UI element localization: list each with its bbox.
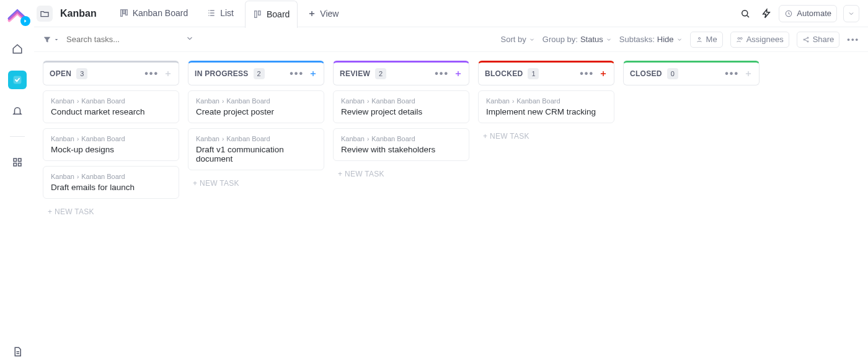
svg-rect-9 <box>259 11 260 15</box>
automation-bolt-icon-button[interactable] <box>758 5 775 22</box>
column-more-button[interactable]: ••• <box>580 68 594 79</box>
svg-rect-5 <box>120 9 122 16</box>
task-card[interactable]: Kanban›Kanban BoardDraft emails for laun… <box>43 166 179 199</box>
column-more-button[interactable]: ••• <box>725 68 739 79</box>
nav-apps-button[interactable] <box>8 153 27 172</box>
column-count: 3 <box>76 68 87 79</box>
tab-label: Kanban Board <box>133 8 188 18</box>
task-card[interactable]: Kanban›Kanban BoardDraft v1 communicatio… <box>188 128 324 170</box>
svg-point-16 <box>807 37 808 38</box>
automate-dropdown-button[interactable] <box>843 5 859 22</box>
svg-rect-2 <box>18 159 21 162</box>
subtasks-button[interactable]: Subtasks: Hide <box>619 35 683 44</box>
tab-list[interactable]: List <box>199 0 241 27</box>
share-button[interactable]: Share <box>797 32 840 48</box>
column-header[interactable]: BLOCKED1••• <box>478 61 614 85</box>
board-column: REVIEW2•••Kanban›Kanban BoardReview proj… <box>333 61 469 352</box>
column-more-button[interactable]: ••• <box>290 68 304 79</box>
nav-tasks-button[interactable] <box>8 71 27 89</box>
board-column: BLOCKED1•••Kanban›Kanban BoardImplement … <box>478 61 614 352</box>
sort-by-button[interactable]: Sort by <box>501 35 535 44</box>
share-label: Share <box>813 35 835 44</box>
column-add-button[interactable] <box>164 69 172 78</box>
column-name: CLOSED <box>630 69 662 78</box>
svg-point-13 <box>738 37 740 39</box>
task-card[interactable]: Kanban›Kanban BoardConduct market resear… <box>43 90 179 123</box>
sort-by-label: Sort by <box>501 35 526 44</box>
svg-point-14 <box>740 37 742 39</box>
board-column: IN PROGRESS2•••Kanban›Kanban BoardCreate… <box>188 61 324 352</box>
me-filter-button[interactable]: Me <box>690 32 723 48</box>
folder-icon-button[interactable] <box>37 6 53 22</box>
card-title: Mock-up designs <box>51 145 171 154</box>
card-title: Review project details <box>341 107 461 116</box>
column-count: 1 <box>528 68 539 79</box>
column-add-button[interactable] <box>454 69 463 78</box>
search-chevron-button[interactable] <box>185 34 194 45</box>
column-add-button[interactable] <box>744 69 753 78</box>
card-title: Review with stakeholders <box>341 145 461 154</box>
card-breadcrumb: Kanban›Kanban Board <box>51 97 171 105</box>
add-view-label: View <box>320 9 339 19</box>
left-nav-rail <box>0 0 34 361</box>
column-count: 2 <box>254 68 265 79</box>
group-by-label: Group by: <box>542 35 578 44</box>
tab-label: List <box>220 8 234 18</box>
search-input[interactable] <box>66 35 178 44</box>
app-logo[interactable] <box>7 7 28 24</box>
column-add-button[interactable] <box>309 69 317 78</box>
automate-label: Automate <box>797 9 831 18</box>
task-card[interactable]: Kanban›Kanban BoardMock-up designs <box>43 128 179 161</box>
nav-home-button[interactable] <box>8 40 27 58</box>
task-card[interactable]: Kanban›Kanban BoardReview with stakehold… <box>333 128 469 161</box>
new-task-button[interactable]: + NEW TASK <box>43 204 179 220</box>
main-area: Kanban Kanban Board List Board View Auto… <box>34 0 868 361</box>
new-task-button[interactable]: + NEW TASK <box>478 128 614 144</box>
toolbar-more-button[interactable]: ••• <box>847 35 859 44</box>
new-task-button[interactable]: + NEW TASK <box>188 175 324 191</box>
group-by-value: Status <box>580 35 603 44</box>
card-breadcrumb: Kanban›Kanban Board <box>196 97 316 105</box>
svg-rect-3 <box>14 163 17 167</box>
automate-button[interactable]: Automate <box>779 5 837 22</box>
card-breadcrumb: Kanban›Kanban Board <box>51 135 171 142</box>
svg-rect-1 <box>14 159 17 162</box>
assignees-label: Assignees <box>746 35 784 44</box>
tab-board[interactable]: Board <box>245 1 298 28</box>
top-tab-bar: Kanban Kanban Board List Board View Auto… <box>34 0 868 27</box>
search-icon-button[interactable] <box>737 5 754 22</box>
column-count: 2 <box>375 68 386 79</box>
svg-point-15 <box>804 39 805 40</box>
subtasks-value: Hide <box>657 35 674 44</box>
column-name: IN PROGRESS <box>195 69 249 78</box>
add-view-button[interactable]: View <box>301 9 345 19</box>
task-card[interactable]: Kanban›Kanban BoardImplement new CRM tra… <box>478 90 614 123</box>
nav-divider <box>10 136 25 137</box>
task-card[interactable]: Kanban›Kanban BoardCreate project poster <box>188 90 324 123</box>
column-more-button[interactable]: ••• <box>435 68 449 79</box>
card-title: Implement new CRM tracking <box>486 107 606 116</box>
column-add-button[interactable] <box>599 69 608 78</box>
board-column: OPEN3•••Kanban›Kanban BoardConduct marke… <box>43 61 179 352</box>
column-count: 0 <box>667 68 678 79</box>
board-name-title: Kanban <box>60 8 97 19</box>
assignees-filter-button[interactable]: Assignees <box>730 32 789 48</box>
svg-rect-6 <box>123 9 125 14</box>
card-title: Draft emails for launch <box>51 183 171 192</box>
new-task-button[interactable]: + NEW TASK <box>333 166 469 182</box>
column-header[interactable]: IN PROGRESS2••• <box>188 61 324 85</box>
group-by-button[interactable]: Group by: Status <box>542 35 612 44</box>
me-label: Me <box>706 35 717 44</box>
column-header[interactable]: REVIEW2••• <box>333 61 469 85</box>
task-card[interactable]: Kanban›Kanban BoardReview project detail… <box>333 90 469 123</box>
column-header[interactable]: OPEN3••• <box>43 61 179 85</box>
nav-notifications-button[interactable] <box>8 102 27 120</box>
logo-forward-badge-icon <box>20 16 30 26</box>
nav-docs-button[interactable] <box>8 342 27 361</box>
filter-button[interactable] <box>43 35 59 44</box>
column-header[interactable]: CLOSED0••• <box>623 61 760 85</box>
board-column: CLOSED0••• <box>623 61 760 352</box>
tab-kanban-board[interactable]: Kanban Board <box>112 0 196 27</box>
column-more-button[interactable]: ••• <box>144 68 159 79</box>
column-name: REVIEW <box>340 69 370 78</box>
